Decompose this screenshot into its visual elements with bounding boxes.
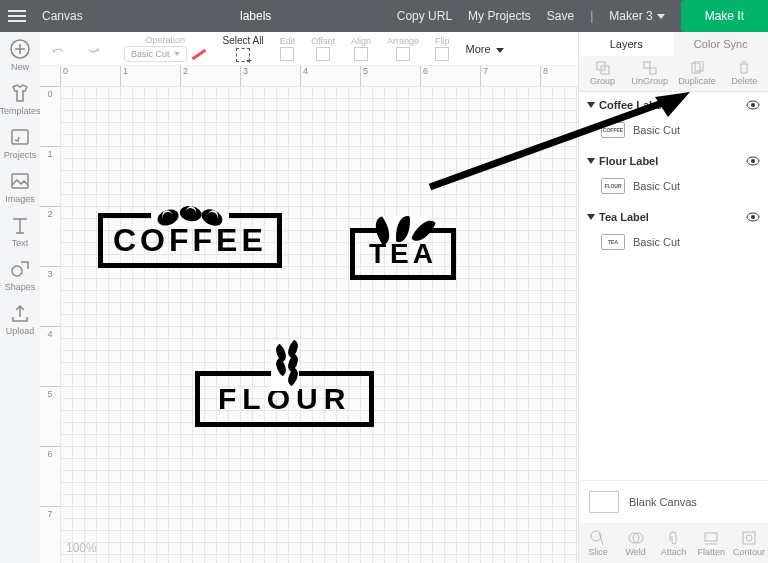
pen-color-icon[interactable] <box>191 48 206 60</box>
sidebar-label: Templates <box>0 106 41 116</box>
undo-button[interactable] <box>46 42 78 56</box>
tab-layers[interactable]: Layers <box>579 32 674 56</box>
separator: | <box>582 9 601 23</box>
make-it-button[interactable]: Make It <box>681 0 768 32</box>
offset-icon <box>316 47 330 61</box>
attach-button[interactable]: Attach <box>655 523 693 563</box>
flatten-button[interactable]: Flatten <box>692 523 730 563</box>
flatten-icon <box>703 530 719 546</box>
layer-row[interactable]: COFFEE Basic Cut <box>579 118 768 148</box>
operation-value: Basic Cut <box>131 49 170 59</box>
layer-thumb: TEA <box>601 234 625 250</box>
offset-button[interactable]: Offset <box>305 36 341 61</box>
slice-button[interactable]: Slice <box>579 523 617 563</box>
canvas-area[interactable]: 012345678 01234567 COFFEE TEA FLOUR 100% <box>40 66 578 563</box>
expand-icon <box>587 102 595 108</box>
machine-name: Maker 3 <box>609 9 652 23</box>
edit-button[interactable]: Edit <box>274 36 302 61</box>
svg-rect-9 <box>650 68 656 74</box>
sidebar-text[interactable]: Text <box>9 214 31 248</box>
my-projects-button[interactable]: My Projects <box>460 9 539 23</box>
duplicate-icon <box>690 61 704 75</box>
layer-header[interactable]: Tea Label <box>579 204 768 230</box>
layer-row[interactable]: TEA Basic Cut <box>579 230 768 260</box>
sidebar-shapes[interactable]: Shapes <box>5 258 36 292</box>
ungroup-button[interactable]: UnGroup <box>626 56 673 91</box>
group-button[interactable]: Group <box>579 56 626 91</box>
left-sidebar: New Templates Projects Images Text Shape… <box>0 32 40 563</box>
svg-rect-1 <box>12 130 28 144</box>
undo-icon <box>52 42 72 56</box>
sidebar-label: Projects <box>4 150 37 160</box>
chevron-down-icon <box>174 52 180 56</box>
sidebar-new[interactable]: New <box>9 38 31 72</box>
sidebar-label: Images <box>5 194 35 204</box>
layer-type: Basic Cut <box>633 236 680 248</box>
delete-button[interactable]: Delete <box>721 56 768 91</box>
contour-button[interactable]: Contour <box>730 523 768 563</box>
chevron-down-icon <box>657 14 665 19</box>
tshirt-icon <box>9 82 31 104</box>
align-button[interactable]: Align <box>345 36 377 61</box>
blank-swatch <box>589 491 619 513</box>
sidebar-upload[interactable]: Upload <box>6 302 35 336</box>
svg-rect-8 <box>644 62 650 68</box>
menu-icon[interactable] <box>0 0 34 32</box>
weld-icon <box>628 530 644 546</box>
chevron-down-icon <box>496 48 504 53</box>
tea-leaves-icon <box>350 216 456 242</box>
coffee-label-art[interactable]: COFFEE <box>98 210 282 268</box>
operation-label: Operation <box>145 35 185 45</box>
duplicate-button[interactable]: Duplicate <box>674 56 721 91</box>
image-icon <box>9 170 31 192</box>
flip-button[interactable]: Flip <box>429 36 456 61</box>
eye-icon[interactable] <box>746 98 760 112</box>
layer-type: Basic Cut <box>633 124 680 136</box>
select-all-button[interactable]: Select All <box>217 35 270 62</box>
layer-row[interactable]: FLOUR Basic Cut <box>579 174 768 204</box>
operation-select[interactable]: Basic Cut <box>124 46 187 62</box>
weld-button[interactable]: Weld <box>617 523 655 563</box>
project-title[interactable]: labels <box>240 9 271 23</box>
wheat-sprig-icon <box>195 341 374 391</box>
tea-label-art[interactable]: TEA <box>350 216 456 280</box>
trash-icon <box>737 61 751 75</box>
blank-canvas-row[interactable]: Blank Canvas <box>579 480 768 523</box>
layer-header[interactable]: Flour Label <box>579 148 768 174</box>
sidebar-templates[interactable]: Templates <box>0 82 41 116</box>
svg-rect-2 <box>12 174 28 188</box>
save-button[interactable]: Save <box>539 9 582 23</box>
ruler-vertical: 01234567 <box>40 86 60 563</box>
ruler-horizontal: 012345678 <box>60 66 578 86</box>
ungroup-icon <box>643 61 657 75</box>
svg-point-17 <box>751 215 755 219</box>
sidebar-images[interactable]: Images <box>5 170 35 204</box>
main-column: Operation Basic Cut Select All Edit Offs <box>40 32 578 563</box>
redo-icon <box>88 42 108 56</box>
tab-color-sync[interactable]: Color Sync <box>674 32 769 56</box>
more-button[interactable]: More <box>460 43 510 55</box>
align-icon <box>354 47 368 61</box>
redo-button[interactable] <box>82 42 114 56</box>
slice-icon <box>590 530 606 546</box>
arrange-button[interactable]: Arrange <box>381 36 425 61</box>
sidebar-projects[interactable]: Projects <box>4 126 37 160</box>
canvas-grid <box>60 86 578 563</box>
sidebar-label: Text <box>12 238 29 248</box>
layer-name: Flour Label <box>599 155 658 167</box>
machine-selector[interactable]: Maker 3 <box>601 9 672 23</box>
group-icon <box>596 61 610 75</box>
zoom-level[interactable]: 100% <box>66 541 97 555</box>
eye-icon[interactable] <box>746 210 760 224</box>
eye-icon[interactable] <box>746 154 760 168</box>
upload-icon <box>9 302 31 324</box>
expand-icon <box>587 214 595 220</box>
copy-url-button[interactable]: Copy URL <box>389 9 460 23</box>
layer-header[interactable]: Coffee Label <box>579 92 768 118</box>
layer-thumb: FLOUR <box>601 178 625 194</box>
contour-icon <box>741 530 757 546</box>
plus-circle-icon <box>9 38 31 60</box>
layers-footer: Slice Weld Attach Flatten Contour <box>579 523 768 563</box>
flour-label-art[interactable]: FLOUR <box>195 341 374 427</box>
blank-canvas-label: Blank Canvas <box>629 496 697 508</box>
